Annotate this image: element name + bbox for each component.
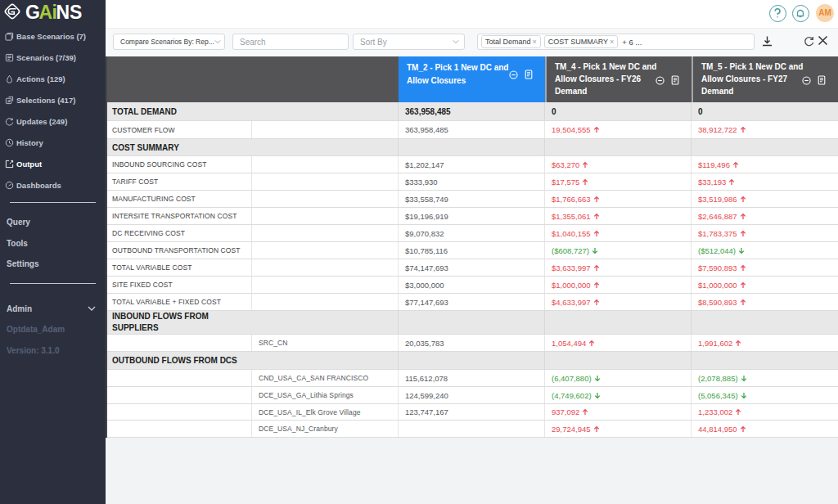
svg-text:NS: NS bbox=[56, 2, 83, 23]
svg-text:G: G bbox=[25, 2, 40, 23]
svg-text:Ai: Ai bbox=[39, 2, 57, 23]
